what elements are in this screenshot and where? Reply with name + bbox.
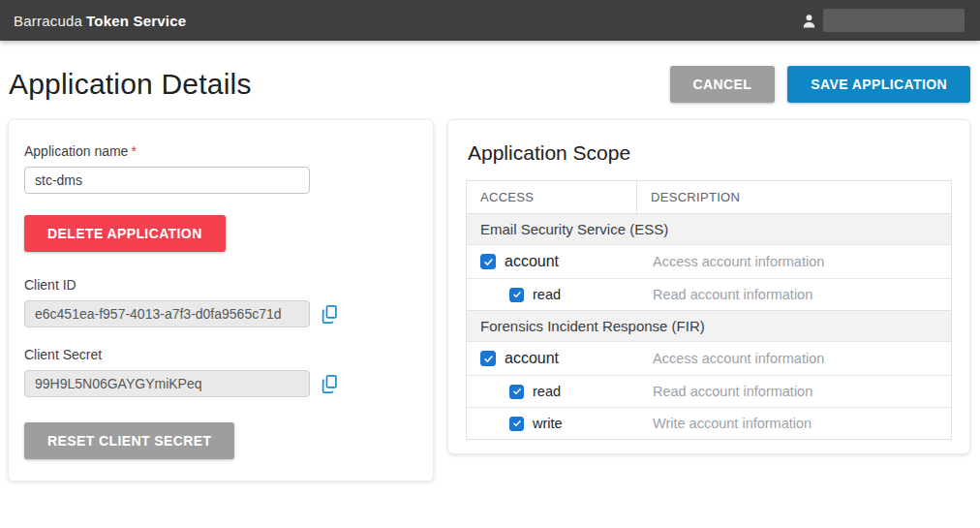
delete-application-button[interactable]: DELETE APPLICATION [24, 215, 226, 252]
checkbox-fir-read[interactable] [509, 385, 524, 399]
checkbox-ess-read[interactable] [509, 288, 524, 302]
header-actions: CANCEL SAVE APPLICATION [670, 66, 970, 103]
save-application-button[interactable]: SAVE APPLICATION [787, 66, 970, 103]
redacted-username [823, 9, 965, 32]
scope-label: account [505, 253, 559, 270]
scope-description: Read account information [637, 376, 951, 407]
scope-label: write [533, 416, 563, 431]
cancel-button[interactable]: CANCEL [670, 66, 776, 103]
scope-row-fir-write: write Write account information [467, 407, 951, 439]
application-scope-card: Application Scope ACCESS DESCRIPTION Ema… [447, 119, 970, 454]
scope-row-fir-account: account Access account information [467, 341, 951, 375]
scope-row-fir-read: read Read account information [467, 375, 951, 407]
scope-table: ACCESS DESCRIPTION Email Security Servic… [466, 180, 952, 440]
scope-row-ess-account: account Access account information [467, 244, 951, 278]
column-header-description: DESCRIPTION [637, 181, 951, 213]
scope-row-ess-read: read Read account information [467, 278, 951, 310]
scope-table-header: ACCESS DESCRIPTION [467, 181, 951, 213]
client-secret-row [24, 370, 415, 397]
user-menu[interactable] [801, 9, 965, 32]
copy-client-secret-button[interactable] [321, 374, 339, 394]
product-name: Token Service [86, 13, 186, 29]
brand-name: Barracuda [14, 13, 82, 29]
person-icon [801, 13, 817, 29]
scope-description: Access account information [637, 246, 951, 277]
scope-label: account [505, 350, 559, 367]
client-id-row [24, 300, 415, 327]
scope-label: read [533, 384, 561, 399]
client-secret-label: Client Secret [24, 347, 415, 362]
scope-section-fir: Forensics Incident Response (FIR) [467, 310, 951, 341]
copy-client-id-button[interactable] [321, 304, 339, 325]
brand-logo: BarracudaToken Service [14, 13, 186, 29]
app-top-bar: BarracudaToken Service [0, 0, 980, 41]
client-secret-value [24, 370, 310, 397]
scope-section-ess: Email Security Service (ESS) [467, 213, 951, 244]
checkbox-ess-account[interactable] [480, 254, 496, 269]
required-asterisk: * [131, 143, 136, 159]
page-header: Application Details CANCEL SAVE APPLICAT… [0, 41, 980, 103]
scope-description: Access account information [637, 343, 951, 374]
reset-client-secret-button[interactable]: RESET CLIENT SECRET [24, 422, 234, 459]
main-content: Application name* DELETE APPLICATION Cli… [0, 103, 980, 481]
client-id-value [24, 300, 310, 327]
application-details-card: Application name* DELETE APPLICATION Cli… [8, 119, 434, 481]
page-title: Application Details [9, 68, 252, 101]
scope-description: Write account information [637, 408, 951, 439]
copy-icon [321, 313, 339, 327]
column-header-access: ACCESS [467, 181, 637, 213]
checkbox-fir-account[interactable] [480, 351, 496, 366]
copy-icon [321, 383, 339, 397]
scope-label: read [533, 287, 561, 302]
application-name-label: Application name* [24, 143, 415, 159]
application-name-input[interactable] [24, 167, 310, 194]
scope-description: Read account information [637, 279, 951, 310]
scope-title: Application Scope [468, 141, 952, 165]
client-id-label: Client ID [24, 277, 415, 293]
checkbox-fir-write[interactable] [509, 417, 524, 431]
